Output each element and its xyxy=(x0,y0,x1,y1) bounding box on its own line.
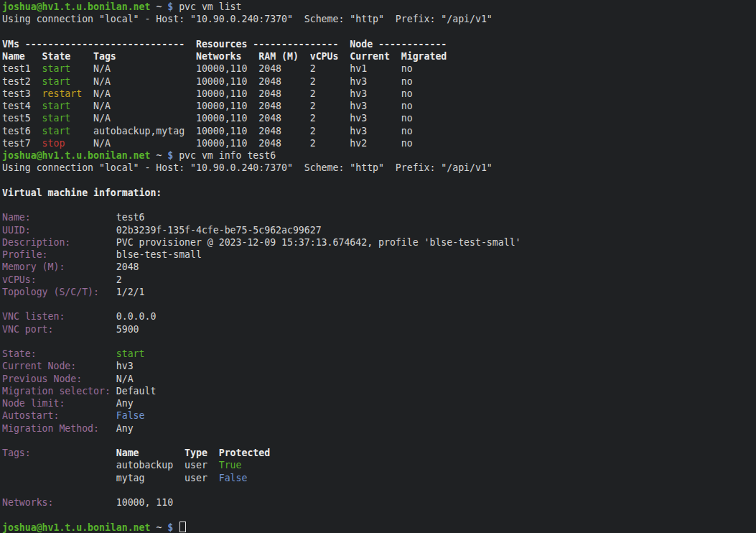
info-field-line: Profile: blse-test-small xyxy=(2,249,756,261)
info-label: Profile: xyxy=(2,249,116,260)
info-value: 02b3239f-135f-4cfe-be75-5c962ac99627 xyxy=(116,225,322,236)
info-value: PVC provisioner @ 2023-12-09 15:37:13.67… xyxy=(116,237,521,248)
vm-row-values: N/A 10000,110 2048 2 hv3 no xyxy=(82,88,413,99)
vm-state: stop xyxy=(42,138,65,149)
vm-name: test5 xyxy=(2,113,42,124)
info-field-line: vCPUs: 2 xyxy=(2,274,756,286)
info-label: Current Node: xyxy=(2,361,116,371)
info-label: Memory (M): xyxy=(2,261,116,272)
vm-state: start xyxy=(42,101,71,111)
vm-row: test4 start N/A 10000,110 2048 2 hv3 no xyxy=(2,100,756,112)
blank-line xyxy=(2,335,756,348)
tag-protected: False xyxy=(219,473,248,483)
info-value: 1/2/1 xyxy=(116,287,145,297)
info-value: Default xyxy=(116,386,157,397)
info-field-line: Previous Node: N/A xyxy=(2,373,756,385)
command-text: pvc vm list xyxy=(173,1,241,12)
info-value: 2048 xyxy=(116,261,139,272)
prompt-user-host: joshua@hv1.t.u.bonilan.net xyxy=(2,522,150,533)
info-value-state: start xyxy=(116,348,145,359)
tags-header-line: Tags: Name Type Protected xyxy=(2,447,756,459)
vm-name: test6 xyxy=(2,126,42,136)
info-label: Topology (S/C/T): xyxy=(2,287,116,297)
info-label: Networks: xyxy=(2,497,116,508)
terminal-cursor xyxy=(179,522,186,532)
info-field-line: Topology (S/C/T): 1/2/1 xyxy=(2,286,756,298)
vm-row: test7 stop N/A 10000,110 2048 2 hv2 no xyxy=(2,137,756,149)
connection-status-line: Using connection "local" - Host: "10.90.… xyxy=(2,162,756,174)
info-title: Virtual machine information: xyxy=(2,187,162,198)
blank-line xyxy=(2,26,756,38)
vm-row-values: N/A 10000,110 2048 2 hv3 no xyxy=(70,76,412,87)
info-value: hv3 xyxy=(116,361,134,371)
blank-line xyxy=(2,199,756,211)
info-field-line: Migration Method: Any xyxy=(2,422,756,435)
tag-row-values: mytag user xyxy=(2,473,219,483)
vm-row: test3 restart N/A 10000,110 2048 2 hv3 n… xyxy=(2,88,756,100)
prompt-cwd: ~ xyxy=(150,522,167,533)
blank-line xyxy=(2,298,756,310)
prompt-line: joshua@hv1.t.u.bonilan.net ~ $ pvc vm in… xyxy=(2,149,756,162)
info-value: Any xyxy=(116,423,134,434)
vm-name: test3 xyxy=(2,88,42,99)
info-label: VNC port: xyxy=(2,324,116,335)
table-column-header-line: Name State Tags Networks RAM (M) vCPUs C… xyxy=(2,50,756,62)
info-value: test6 xyxy=(116,212,145,223)
prompt-line: joshua@hv1.t.u.bonilan.net ~ $ xyxy=(2,522,756,533)
vm-name: test2 xyxy=(2,76,42,87)
vm-state: start xyxy=(42,113,71,124)
vm-state: start xyxy=(42,76,71,87)
info-label: vCPUs: xyxy=(2,274,116,285)
prompt-user-host: joshua@hv1.t.u.bonilan.net xyxy=(2,1,150,12)
info-label: Node limit: xyxy=(2,398,116,409)
vm-row-values: N/A 10000,110 2048 2 hv1 no xyxy=(70,63,412,74)
vm-row: test5 start N/A 10000,110 2048 2 hv3 no xyxy=(2,112,756,124)
info-title-line: Virtual machine information: xyxy=(2,187,756,199)
prompt-cwd: ~ xyxy=(150,150,167,161)
vm-row: test6 start autobackup,mytag 10000,110 2… xyxy=(2,125,756,137)
info-field-line: Memory (M): 2048 xyxy=(2,261,756,273)
terminal-screen[interactable]: joshua@hv1.t.u.bonilan.net ~ $ pvc vm li… xyxy=(0,0,756,533)
vm-state: restart xyxy=(42,88,83,99)
info-field-line: VNC listen: 0.0.0.0 xyxy=(2,310,756,323)
tag-row: autobackup user True xyxy=(2,459,756,471)
info-value: 10000, 110 xyxy=(116,497,173,508)
info-label: Description: xyxy=(2,237,116,248)
vm-row-values: N/A 10000,110 2048 2 hv3 no xyxy=(70,113,412,124)
vm-row: test2 start N/A 10000,110 2048 2 hv3 no xyxy=(2,75,756,88)
vm-state: start xyxy=(42,126,71,136)
info-field-line: Node limit: Any xyxy=(2,397,756,409)
tag-row-values: autobackup user xyxy=(2,460,219,471)
info-label: VNC listen: xyxy=(2,311,116,322)
info-value: 5900 xyxy=(116,324,139,335)
info-label: Migration Method: xyxy=(2,423,116,434)
vm-name: test7 xyxy=(2,138,42,149)
terminal-window: joshua@hv1.t.u.bonilan.net ~ $ pvc vm li… xyxy=(0,0,756,533)
info-field-line: VNC port: 5900 xyxy=(2,323,756,335)
connection-status: Using connection "local" - Host: "10.90.… xyxy=(2,14,493,24)
blank-line xyxy=(2,435,756,447)
vm-state: start xyxy=(42,63,71,74)
info-label: Previous Node: xyxy=(2,374,116,384)
command-text: pvc vm info test6 xyxy=(173,150,276,161)
vm-name: test4 xyxy=(2,101,42,111)
info-label: Tags: xyxy=(2,448,116,458)
info-label: Migration selector: xyxy=(2,386,116,397)
info-value: 2 xyxy=(116,274,122,285)
info-field-line: Name: test6 xyxy=(2,211,756,223)
table-section-headers: VMs ---------------------------- Resourc… xyxy=(2,39,447,50)
info-value-autostart: False xyxy=(116,410,145,421)
connection-status: Using connection "local" - Host: "10.90.… xyxy=(2,162,493,173)
blank-line xyxy=(2,484,756,496)
prompt-line: joshua@hv1.t.u.bonilan.net ~ $ pvc vm li… xyxy=(2,1,756,13)
vm-row: test1 start N/A 10000,110 2048 2 hv1 no xyxy=(2,62,756,75)
vm-row-values: autobackup,mytag 10000,110 2048 2 hv3 no xyxy=(70,126,412,136)
blank-line xyxy=(2,509,756,521)
info-label: Autostart: xyxy=(2,410,116,421)
info-label: Name: xyxy=(2,212,116,223)
info-field-line: Autostart: False xyxy=(2,409,756,422)
info-field-line: UUID: 02b3239f-135f-4cfe-be75-5c962ac996… xyxy=(2,224,756,236)
info-value: N/A xyxy=(116,374,134,384)
info-value: Any xyxy=(116,398,134,409)
info-label: UUID: xyxy=(2,225,116,236)
